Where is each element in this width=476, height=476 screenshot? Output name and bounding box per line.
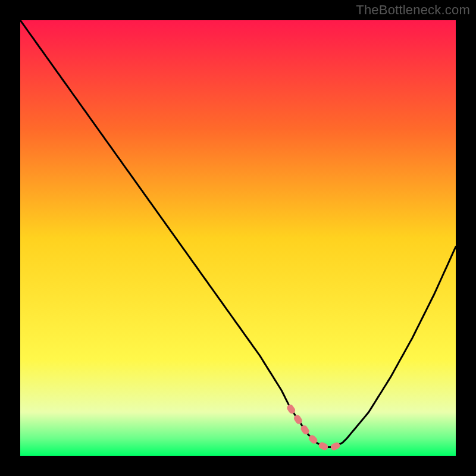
chart-container: { "attribution": "TheBottleneck.com", "c… bbox=[0, 0, 476, 476]
plot-area bbox=[20, 20, 456, 456]
bottleneck-chart bbox=[0, 0, 476, 476]
attribution-text: TheBottleneck.com bbox=[356, 2, 470, 18]
